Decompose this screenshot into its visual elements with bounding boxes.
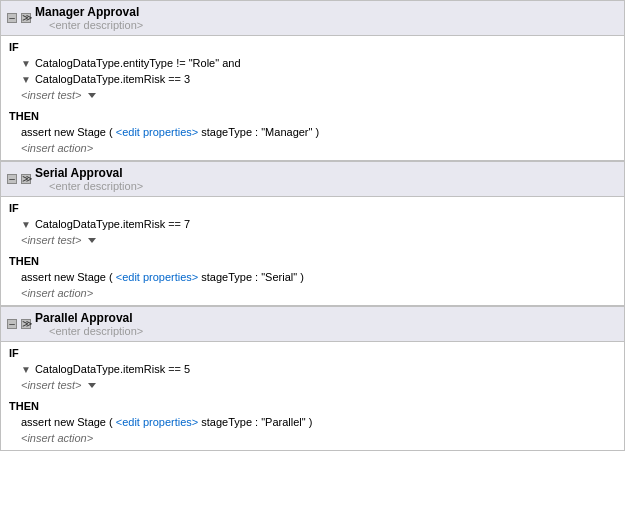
condition-text: CatalogDataType.entityType != "Role" and — [35, 57, 241, 69]
edit-properties-link[interactable]: <edit properties> — [116, 271, 199, 283]
rule-block-parallel-approval: –≫Parallel Approval<enter description>IF… — [0, 306, 625, 451]
condition-arrow-icon: ▼ — [21, 364, 31, 375]
insert-test-dropdown-icon[interactable] — [88, 383, 96, 388]
action-prefix: assert new Stage ( — [21, 126, 113, 138]
sections-container: IF▼CatalogDataType.entityType != "Role" … — [1, 36, 624, 160]
collapse-icon[interactable]: – — [7, 319, 17, 329]
expand-icon[interactable]: ≫ — [21, 174, 31, 184]
insert-test-link[interactable]: <insert test> — [21, 234, 82, 246]
if-label: IF — [1, 342, 624, 361]
insert-action-link[interactable]: <insert action> — [21, 142, 93, 154]
condition-row: ▼CatalogDataType.entityType != "Role" an… — [1, 55, 624, 71]
rule-title: Parallel Approval — [35, 311, 143, 325]
action-suffix: stageType : "Parallel" ) — [201, 416, 312, 428]
condition-text: CatalogDataType.itemRisk == 7 — [35, 218, 190, 230]
condition-row: ▼CatalogDataType.itemRisk == 3 — [1, 71, 624, 87]
insert-test-row: <insert test> — [1, 87, 624, 105]
rule-block-manager-approval: –≫Manager Approval<enter description>IF▼… — [0, 0, 625, 161]
insert-test-dropdown-icon[interactable] — [88, 238, 96, 243]
rule-title: Serial Approval — [35, 166, 143, 180]
then-label: THEN — [1, 395, 624, 414]
collapse-icon[interactable]: – — [7, 174, 17, 184]
then-label: THEN — [1, 105, 624, 124]
expand-icon[interactable]: ≫ — [21, 13, 31, 23]
edit-properties-link[interactable]: <edit properties> — [116, 126, 199, 138]
insert-test-link[interactable]: <insert test> — [21, 89, 82, 101]
insert-action-row: <insert action> — [1, 140, 624, 160]
condition-arrow-icon: ▼ — [21, 74, 31, 85]
action-row: assert new Stage (<edit properties>stage… — [1, 269, 624, 285]
rule-description: <enter description> — [49, 180, 143, 192]
insert-action-row: <insert action> — [1, 285, 624, 305]
if-label: IF — [1, 36, 624, 55]
insert-test-dropdown-icon[interactable] — [88, 93, 96, 98]
insert-test-row: <insert test> — [1, 377, 624, 395]
action-suffix: stageType : "Serial" ) — [201, 271, 304, 283]
edit-properties-link[interactable]: <edit properties> — [116, 416, 199, 428]
action-prefix: assert new Stage ( — [21, 271, 113, 283]
rule-block-serial-approval: –≫Serial Approval<enter description>IF▼C… — [0, 161, 625, 306]
rules-container: –≫Manager Approval<enter description>IF▼… — [0, 0, 625, 451]
insert-test-row: <insert test> — [1, 232, 624, 250]
condition-text: CatalogDataType.itemRisk == 5 — [35, 363, 190, 375]
insert-test-link[interactable]: <insert test> — [21, 379, 82, 391]
sections-container: IF▼CatalogDataType.itemRisk == 5<insert … — [1, 342, 624, 450]
insert-action-link[interactable]: <insert action> — [21, 287, 93, 299]
rule-header-manager-approval: –≫Manager Approval<enter description> — [1, 1, 624, 36]
insert-action-row: <insert action> — [1, 430, 624, 450]
condition-row: ▼CatalogDataType.itemRisk == 7 — [1, 216, 624, 232]
action-row: assert new Stage (<edit properties>stage… — [1, 414, 624, 430]
rule-description: <enter description> — [49, 325, 143, 337]
collapse-icon[interactable]: – — [7, 13, 17, 23]
action-suffix: stageType : "Manager" ) — [201, 126, 319, 138]
rule-description: <enter description> — [49, 19, 143, 31]
condition-arrow-icon: ▼ — [21, 58, 31, 69]
insert-action-link[interactable]: <insert action> — [21, 432, 93, 444]
condition-row: ▼CatalogDataType.itemRisk == 5 — [1, 361, 624, 377]
rule-header-serial-approval: –≫Serial Approval<enter description> — [1, 162, 624, 197]
then-label: THEN — [1, 250, 624, 269]
action-prefix: assert new Stage ( — [21, 416, 113, 428]
sections-container: IF▼CatalogDataType.itemRisk == 7<insert … — [1, 197, 624, 305]
rule-header-parallel-approval: –≫Parallel Approval<enter description> — [1, 307, 624, 342]
rule-title: Manager Approval — [35, 5, 143, 19]
expand-icon[interactable]: ≫ — [21, 319, 31, 329]
condition-arrow-icon: ▼ — [21, 219, 31, 230]
if-label: IF — [1, 197, 624, 216]
condition-text: CatalogDataType.itemRisk == 3 — [35, 73, 190, 85]
action-row: assert new Stage (<edit properties>stage… — [1, 124, 624, 140]
